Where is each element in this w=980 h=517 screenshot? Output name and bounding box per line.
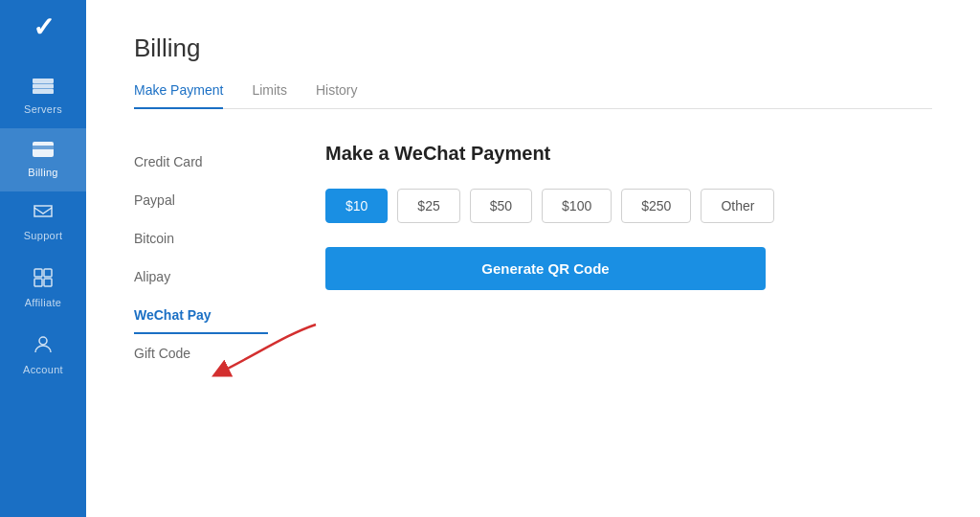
amount-btn-25[interactable]: $25 (397, 189, 459, 223)
svg-point-9 (39, 337, 47, 345)
payment-method-paypal[interactable]: Paypal (134, 181, 268, 219)
payment-methods-list: Credit Card Paypal Bitcoin Alipay WeChat… (134, 143, 268, 372)
payment-method-wechat-pay[interactable]: WeChat Pay (134, 296, 268, 334)
account-icon (33, 335, 53, 359)
amount-buttons-group: $10 $25 $50 $100 $250 Other (325, 189, 861, 223)
svg-rect-6 (44, 269, 52, 277)
payment-method-gift-code[interactable]: Gift Code (134, 334, 268, 372)
sidebar: ✓ Servers Billing Support (0, 0, 86, 517)
sidebar-item-account[interactable]: Account (0, 322, 86, 389)
sidebar-item-label-billing: Billing (28, 167, 57, 178)
svg-rect-8 (44, 279, 52, 286)
generate-qr-button[interactable]: Generate QR Code (325, 247, 766, 290)
main-content: Billing Make Payment Limits History Cred… (86, 0, 980, 517)
svg-rect-5 (34, 269, 42, 277)
tab-history[interactable]: History (316, 82, 358, 109)
svg-rect-4 (33, 146, 54, 149)
sidebar-item-affiliate[interactable]: Affiliate (0, 255, 86, 322)
tab-make-payment[interactable]: Make Payment (134, 82, 223, 109)
tab-limits[interactable]: Limits (252, 82, 287, 109)
affiliate-icon (33, 268, 53, 292)
content-area: Credit Card Paypal Bitcoin Alipay WeChat… (134, 143, 932, 372)
amount-btn-other[interactable]: Other (701, 189, 774, 223)
svg-rect-1 (33, 84, 54, 89)
sidebar-item-label-affiliate: Affiliate (25, 297, 62, 308)
sidebar-item-label-support: Support (24, 230, 63, 241)
payment-method-bitcoin[interactable]: Bitcoin (134, 219, 268, 258)
servers-icon (33, 79, 54, 99)
support-icon (33, 205, 53, 225)
amount-btn-250[interactable]: $250 (621, 189, 691, 223)
sidebar-item-support[interactable]: Support (0, 191, 86, 255)
logo: ✓ (33, 14, 55, 41)
svg-rect-2 (33, 89, 54, 94)
sidebar-item-label-servers: Servers (24, 103, 62, 115)
billing-icon (33, 142, 54, 162)
tabs-bar: Make Payment Limits History (134, 82, 932, 109)
payment-panel: Make a WeChat Payment $10 $25 $50 $100 $… (325, 143, 861, 372)
payment-method-credit-card[interactable]: Credit Card (134, 143, 268, 181)
svg-rect-7 (34, 279, 42, 286)
amount-btn-100[interactable]: $100 (542, 189, 612, 223)
sidebar-item-billing[interactable]: Billing (0, 128, 86, 191)
amount-btn-10[interactable]: $10 (325, 189, 388, 223)
svg-rect-0 (33, 79, 54, 83)
payment-panel-title: Make a WeChat Payment (325, 143, 861, 165)
page-title: Billing (134, 34, 932, 63)
payment-method-alipay[interactable]: Alipay (134, 258, 268, 296)
amount-btn-50[interactable]: $50 (470, 189, 532, 223)
sidebar-item-label-account: Account (23, 364, 63, 375)
sidebar-item-servers[interactable]: Servers (0, 65, 86, 128)
